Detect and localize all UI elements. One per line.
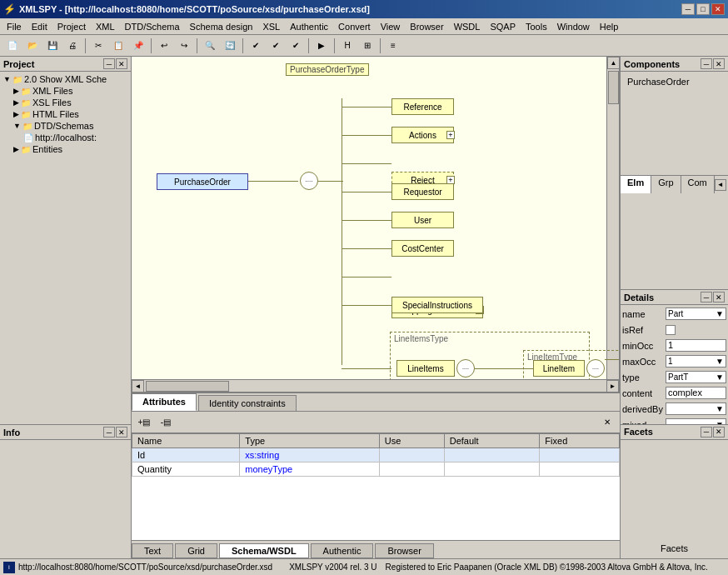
menu-schema-design[interactable]: Schema design [185, 20, 258, 33]
tb-cut[interactable]: ✂ [89, 38, 107, 54]
facets-minimize[interactable]: ─ [701, 427, 712, 438]
tb-xslt[interactable]: ▶ [312, 38, 331, 54]
menu-file[interactable]: File [2, 20, 27, 33]
info-minimize-btn[interactable]: ─ [103, 427, 115, 438]
components-close[interactable]: ✕ [713, 58, 725, 69]
tree-dtd-schemas[interactable]: ▼ 📁 DTD/Schemas [12, 120, 129, 132]
lineitem-element[interactable]: LineItem [533, 360, 585, 377]
tb-paste[interactable]: 📌 [129, 38, 147, 54]
schema-hscroll[interactable]: ◄ ► [132, 379, 619, 392]
special-element[interactable]: SpecialInstructions [391, 297, 483, 313]
comp-tab-grp[interactable]: Grp [651, 176, 681, 193]
components-minimize[interactable]: ─ [701, 58, 712, 69]
costcenter-element[interactable]: CostCenter [391, 240, 454, 257]
tree-xml-files[interactable]: ▶ 📁 XML Files [12, 85, 129, 97]
tree-entities[interactable]: ▶ 📁 Entities [12, 143, 129, 155]
attr-close[interactable]: ✕ [598, 414, 616, 431]
menu-sqap[interactable]: SQAP [485, 20, 521, 33]
table-row[interactable]: Id xs:string [132, 448, 620, 462]
menu-xml[interactable]: XML [91, 20, 120, 33]
tb-copy[interactable]: 📋 [109, 38, 127, 54]
menu-edit[interactable]: Edit [27, 20, 52, 33]
menu-tools[interactable]: Tools [521, 20, 552, 33]
tab-schema-wsdl[interactable]: Schema/WSDL [219, 543, 309, 558]
menu-wsdl[interactable]: WSDL [449, 20, 486, 33]
tb-html[interactable]: H [338, 38, 357, 54]
detail-isref-checkbox[interactable] [666, 325, 676, 335]
attr-delete-row[interactable]: -▤ [157, 414, 175, 431]
tb-open[interactable]: 📂 [23, 38, 42, 54]
hscroll-thumb[interactable] [146, 381, 229, 392]
menu-browser[interactable]: Browser [405, 20, 448, 33]
tb-print[interactable]: 🖨 [63, 38, 82, 54]
purchase-order-element[interactable]: PurchaseOrder [157, 173, 248, 190]
menu-convert[interactable]: Convert [333, 20, 376, 33]
menu-help[interactable]: Help [595, 20, 624, 33]
tb-more[interactable]: ≡ [384, 38, 402, 54]
entities-expand[interactable]: ▶ [13, 145, 19, 153]
detail-maxocc-value[interactable]: 1 ▼ [666, 355, 726, 368]
menu-xsl[interactable]: XSL [257, 20, 285, 33]
schema-vscroll[interactable]: ▲ ▼ [606, 57, 619, 392]
project-minimize-btn[interactable]: ─ [103, 58, 115, 69]
table-row[interactable]: Quantity moneyType [132, 462, 620, 477]
comp-purchase-order[interactable]: PurchaseOrder [624, 75, 725, 88]
menu-authentic[interactable]: Authentic [285, 20, 333, 33]
actions-element[interactable]: Actions + [391, 127, 454, 143]
comp-tab-com[interactable]: Com [681, 176, 715, 193]
tb-undo[interactable]: ↩ [155, 38, 173, 54]
details-minimize[interactable]: ─ [701, 292, 712, 302]
minimize-button[interactable]: ─ [681, 3, 695, 15]
tab-attributes[interactable]: Attributes [132, 393, 197, 411]
tb-redo[interactable]: ↪ [175, 38, 193, 54]
detail-name-value[interactable]: Part ▼ [666, 308, 726, 320]
dtd-expand[interactable]: ▼ [13, 122, 21, 130]
comp-prev[interactable]: ◄ [715, 179, 726, 191]
reference-element[interactable]: Reference [391, 98, 454, 115]
tb-check3[interactable]: ✔ [287, 38, 305, 54]
detail-mixed-value[interactable]: ▼ [666, 418, 726, 425]
tb-check1[interactable]: ✔ [247, 38, 265, 54]
row1-type-link[interactable]: xs:string [245, 450, 279, 460]
detail-derivedby-value[interactable]: ▼ [666, 402, 726, 415]
comp-tab-elm[interactable]: Elm [621, 176, 651, 193]
tab-text[interactable]: Text [132, 543, 173, 558]
tree-xsl-files[interactable]: ▶ 📁 XSL Files [12, 97, 129, 108]
restore-button[interactable]: □ [696, 3, 710, 15]
user-element[interactable]: User [391, 212, 454, 228]
project-close-btn[interactable]: ✕ [116, 58, 127, 69]
menu-project[interactable]: Project [52, 20, 91, 33]
vscroll-up[interactable]: ▲ [607, 57, 620, 69]
menu-dtd[interactable]: DTD/Schema [120, 20, 185, 33]
tb-save[interactable]: 💾 [43, 38, 62, 54]
detail-minocc-value[interactable]: 1 [666, 339, 726, 352]
xml-files-expand[interactable]: ▶ [13, 87, 19, 95]
menu-view[interactable]: View [376, 20, 406, 33]
details-close[interactable]: ✕ [713, 292, 725, 302]
tb-expand[interactable]: ⊞ [358, 38, 376, 54]
facets-close[interactable]: ✕ [713, 427, 725, 438]
tab-grid[interactable]: Grid [175, 543, 217, 558]
info-close-btn[interactable]: ✕ [116, 427, 127, 438]
hscroll-left[interactable]: ◄ [132, 380, 144, 392]
vscroll-thumb[interactable] [608, 71, 619, 104]
row2-type-link[interactable]: moneyType [245, 464, 292, 474]
requestor-element[interactable]: Requestor [391, 183, 454, 200]
hscroll-right[interactable]: ► [606, 380, 619, 392]
tab-authentic[interactable]: Authentic [311, 543, 374, 558]
tree-project-root[interactable]: ▼ 📁 2.0 Show XML Sche [2, 73, 129, 85]
tab-identity-constraints[interactable]: Identity constraints [198, 395, 297, 411]
expand-icon[interactable]: ▼ [3, 75, 11, 83]
detail-type-value[interactable]: PartT ▼ [666, 371, 726, 383]
close-button[interactable]: ✕ [711, 3, 725, 15]
xsl-files-expand[interactable]: ▶ [13, 98, 19, 107]
tb-replace[interactable]: 🔄 [221, 38, 239, 54]
tb-check2[interactable]: ✔ [267, 38, 285, 54]
menu-window[interactable]: Window [552, 20, 595, 33]
tab-browser[interactable]: Browser [375, 543, 433, 558]
tree-localhost[interactable]: 📄 http://localhost: [22, 132, 129, 143]
html-files-expand[interactable]: ▶ [13, 110, 19, 118]
attr-add-row[interactable]: +▤ [135, 414, 153, 431]
tb-find[interactable]: 🔍 [201, 38, 219, 54]
tree-html-files[interactable]: ▶ 📁 HTML Files [12, 108, 129, 120]
